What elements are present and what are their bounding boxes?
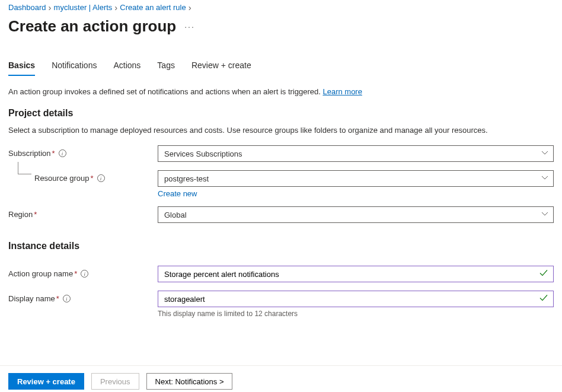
breadcrumb: Dashboard mycluster | Alerts Create an a… xyxy=(8,2,554,12)
subscription-select[interactable]: Services Subscriptions xyxy=(158,145,554,162)
action-group-name-input[interactable] xyxy=(164,270,535,279)
chevron-down-icon xyxy=(541,174,548,183)
chevron-down-icon xyxy=(541,211,548,219)
project-details-description: Select a subscription to manage deployed… xyxy=(8,126,554,135)
region-select[interactable]: Global xyxy=(158,206,554,223)
more-actions-icon[interactable]: ··· xyxy=(184,22,195,31)
breadcrumb-create-alert-rule[interactable]: Create an alert rule xyxy=(120,3,186,12)
instance-details-heading: Instance details xyxy=(8,241,554,251)
footer: Review + create Previous Next: Notificat… xyxy=(0,365,562,392)
info-icon[interactable]: i xyxy=(81,270,88,278)
review-create-button[interactable]: Review + create xyxy=(8,373,84,390)
next-button[interactable]: Next: Notifications > xyxy=(146,373,233,390)
display-name-input-wrap xyxy=(158,291,554,307)
check-icon xyxy=(539,269,548,280)
tabs: Basics Notifications Actions Tags Review… xyxy=(8,60,554,77)
intro-text: An action group invokes a defined set of… xyxy=(8,87,554,96)
info-icon[interactable]: i xyxy=(63,295,71,302)
breadcrumb-cluster-alerts[interactable]: mycluster | Alerts xyxy=(54,3,113,12)
tab-review-create[interactable]: Review + create xyxy=(191,60,251,76)
project-details-heading: Project details xyxy=(8,108,554,119)
action-group-name-label: Action group name* i xyxy=(8,266,158,278)
chevron-down-icon xyxy=(541,149,548,158)
learn-more-link[interactable]: Learn more xyxy=(322,87,362,96)
resource-group-select[interactable]: postgres-test xyxy=(158,170,554,187)
subscription-label: Subscription* i xyxy=(8,145,158,158)
resource-group-label: Resource group* i xyxy=(8,170,158,183)
create-new-resource-group-link[interactable]: Create new xyxy=(158,189,197,198)
info-icon[interactable]: i xyxy=(97,174,105,182)
previous-button: Previous xyxy=(91,373,139,390)
tab-actions[interactable]: Actions xyxy=(113,60,140,76)
display-name-label: Display name* i xyxy=(8,291,158,303)
tab-notifications[interactable]: Notifications xyxy=(52,60,97,76)
action-group-name-input-wrap xyxy=(158,266,554,282)
display-name-helper: This display name is limited to 12 chara… xyxy=(158,310,554,318)
info-icon[interactable]: i xyxy=(59,149,66,157)
chevron-right-icon xyxy=(49,2,52,12)
chevron-right-icon xyxy=(189,2,191,12)
page-title: Create an action group xyxy=(8,17,176,36)
chevron-right-icon xyxy=(114,2,117,12)
tab-basics[interactable]: Basics xyxy=(8,60,35,76)
tab-tags[interactable]: Tags xyxy=(157,60,175,76)
breadcrumb-dashboard[interactable]: Dashboard xyxy=(8,3,46,12)
display-name-input[interactable] xyxy=(164,295,535,304)
check-icon xyxy=(539,294,548,305)
region-label: Region* xyxy=(8,206,158,219)
